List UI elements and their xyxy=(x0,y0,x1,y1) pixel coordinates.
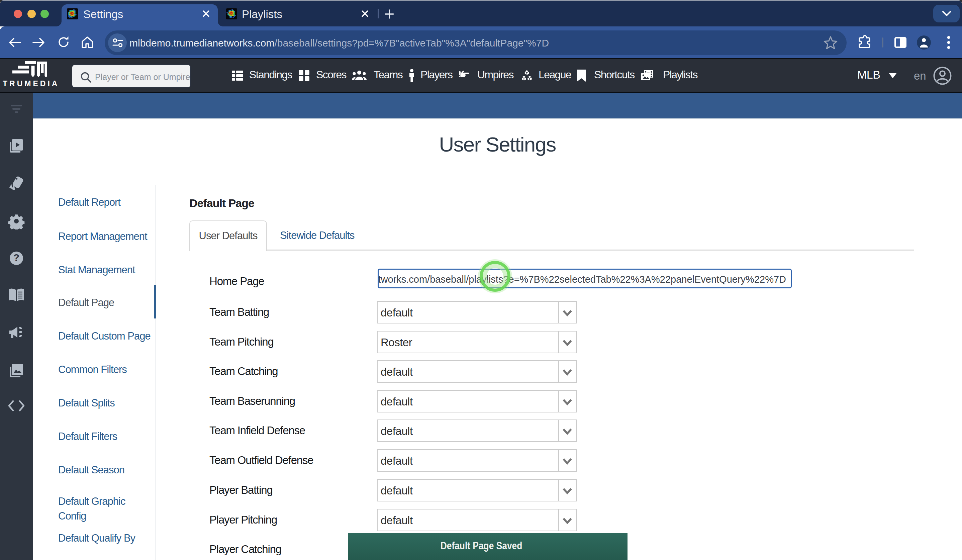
svg-text:?: ? xyxy=(13,252,19,263)
